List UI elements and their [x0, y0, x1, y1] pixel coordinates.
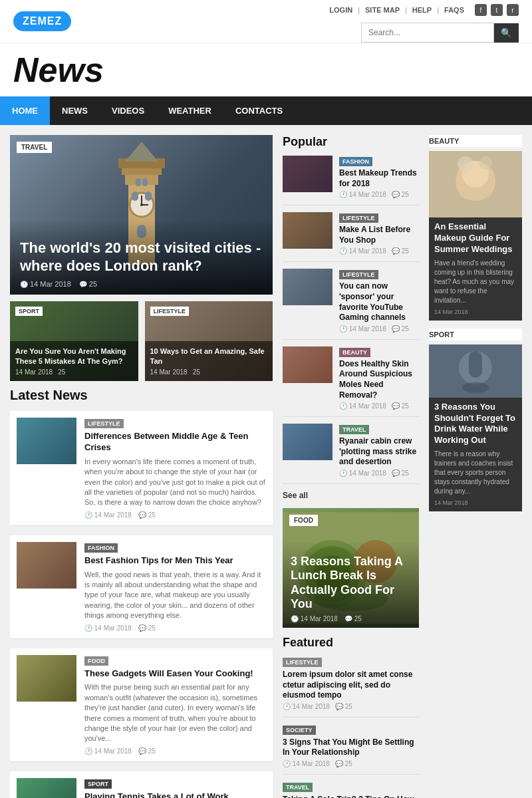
pop-content-1: LIFESTYLE Make A List Before You Shop 🕐 … — [339, 212, 419, 255]
small-card-lifestyle[interactable]: LIFESTYLE 10 Ways to Get an Amazing, Saf… — [145, 301, 273, 381]
svg-rect-28 — [469, 351, 482, 378]
site-title: News — [13, 50, 104, 90]
news-item[interactable]: FOOD These Gadgets Will Easen Your Cooki… — [10, 648, 273, 762]
lifestyle-card-title: 10 Ways to Get an Amazing, Safe Tan — [150, 346, 268, 366]
svg-point-29 — [462, 382, 489, 393]
right-sport-title: 3 Reasons You Shouldn't Forget To Drink … — [434, 402, 517, 447]
feat-meta-0: 🕐 14 Mar 2018 💬 25 — [283, 703, 419, 710]
pop-thumb-4 — [283, 424, 332, 460]
feat-title-1: 3 Signs That You Might Be Settling In Yo… — [283, 737, 419, 758]
news-content-0: LIFESTYLE Differences Between Middle Age… — [84, 418, 266, 519]
news-thumb-1 — [17, 542, 76, 589]
svg-point-25 — [479, 156, 492, 170]
news-content-3: SPORT Playing Tennis Takes a Lot of Work… — [84, 778, 266, 798]
right-sport-card[interactable]: 3 Reasons You Shouldn't Forget To Drink … — [429, 344, 522, 512]
featured-item-1[interactable]: SOCIETY 3 Signs That You Might Be Settli… — [283, 724, 419, 775]
small-cards-row: SPORT Are You Sure You Aren't Making The… — [10, 301, 273, 381]
right-beauty-content: An Essential Makeup Guide For Summer Wed… — [429, 217, 522, 321]
pop-meta-2: 🕐 14 Mar 2018 💬 25 — [339, 325, 419, 332]
small-card-sport[interactable]: SPORT Are You Sure You Aren't Making The… — [10, 301, 138, 381]
left-column: TRAVEL The world's 20 most visited citie… — [10, 135, 273, 798]
top-bar: ZEMEZ LOGIN | SITE MAP | HELP | FAQS f t… — [0, 0, 532, 43]
news-title-0: Differences Between Middle Age & Teen Cr… — [84, 431, 266, 454]
search-input[interactable] — [361, 23, 494, 43]
svg-rect-11 — [142, 178, 148, 186]
news-content-2: FOOD These Gadgets Will Easen Your Cooki… — [84, 655, 266, 755]
clock-icon: 🕐 — [20, 281, 28, 288]
nav-news[interactable]: NEWS — [50, 96, 100, 125]
food-card-title: 3 Reasons Taking A Lunch Break Is Actual… — [291, 555, 411, 612]
nav-home[interactable]: HOME — [0, 96, 50, 125]
lifestyle-card-meta: 14 Mar 2018 25 — [150, 368, 268, 376]
pop-thumb-2 — [283, 269, 332, 305]
news-title-1: Best Fashion Tips for Men This Year — [84, 555, 266, 567]
pop-title-0: Best Makeup Trends for 2018 — [339, 168, 419, 189]
hero-meta: 🕐 14 Mar 2018 💬 25 — [20, 280, 263, 288]
news-desc-2: With the purse being such an essential p… — [84, 682, 266, 743]
feat-cat-0: LIFESTYLE — [283, 658, 322, 667]
popular-item-4[interactable]: TRAVEL Ryanair cabin crew 'plotting mass… — [283, 424, 419, 484]
featured-item-2[interactable]: TRAVEL Taking A Solo Trip? 3 Tips On How… — [283, 781, 419, 798]
nav-contacts[interactable]: CONTACTS — [223, 96, 295, 125]
social-icons: f t r — [475, 4, 519, 16]
right-sport-date: 14 Mar 2018 — [434, 499, 517, 506]
news-meta-2: 🕐 14 Mar 2018 💬 25 — [84, 747, 266, 755]
twitter-icon[interactable]: t — [491, 4, 503, 16]
login-link[interactable]: LOGIN — [329, 6, 352, 14]
pop-cat-2: LIFESTYLE — [339, 270, 378, 279]
logo[interactable]: ZEMEZ — [13, 11, 71, 31]
popular-item-2[interactable]: LIFESTYLE You can now 'sponsor' your fav… — [283, 269, 419, 339]
right-beauty-desc: Have a friend's wedding coming up in thi… — [434, 259, 517, 305]
food-card[interactable]: FOOD 3 Reasons Taking A Lunch Break Is A… — [283, 508, 419, 628]
comment-icon: 💬 — [79, 281, 87, 288]
search-button[interactable]: 🔍 — [494, 23, 519, 43]
pop-title-4: Ryanair cabin crew 'plotting mass strike… — [339, 436, 419, 467]
faqs-link[interactable]: FAQS — [444, 6, 464, 14]
popular-item-0[interactable]: FASHION Best Makeup Trends for 2018 🕐 14… — [283, 156, 419, 205]
svg-point-24 — [458, 156, 473, 172]
lifestyle-tag: LIFESTYLE — [150, 307, 190, 316]
news-thumb-2 — [17, 655, 76, 702]
help-link[interactable]: HELP — [412, 6, 432, 14]
pop-cat-3: BEAUTY — [339, 348, 370, 357]
sport-tag: SPORT — [15, 307, 43, 316]
rss-icon[interactable]: r — [507, 4, 519, 16]
sport-card-title: Are You Sure You Aren't Making These 5 M… — [15, 346, 133, 366]
facebook-icon[interactable]: f — [475, 4, 487, 16]
feat-meta-1: 🕐 14 Mar 2018 💬 25 — [283, 760, 419, 767]
right-beauty-title: An Essential Makeup Guide For Summer Wed… — [434, 221, 517, 255]
right-sport-label: SPORT — [429, 329, 522, 340]
news-desc-0: In every woman's life there comes a mome… — [84, 457, 266, 508]
pop-meta-1: 🕐 14 Mar 2018 💬 25 — [339, 247, 419, 255]
news-item[interactable]: SPORT Playing Tennis Takes a Lot of Work… — [10, 771, 273, 798]
pop-meta-4: 🕐 14 Mar 2018 💬 25 — [339, 469, 419, 477]
nav-videos[interactable]: VIDEOS — [100, 96, 156, 125]
pop-content-0: FASHION Best Makeup Trends for 2018 🕐 14… — [339, 156, 419, 198]
logo-area: ZEMEZ — [13, 11, 71, 31]
main-container: TRAVEL The world's 20 most visited citie… — [0, 125, 532, 798]
popular-see-all[interactable]: See all — [283, 491, 419, 500]
pop-thumb-3 — [283, 346, 332, 383]
sport-illustration — [429, 344, 522, 398]
news-title-3: Playing Tennis Takes a Lot of Work — [84, 791, 266, 798]
sitemap-link[interactable]: SITE MAP — [365, 6, 400, 14]
popular-title: Popular — [283, 135, 419, 149]
pop-title-3: Does Healthy Skin Around Suspicious Mole… — [339, 359, 419, 400]
pop-meta-3: 🕐 14 Mar 2018 💬 25 — [339, 402, 419, 410]
popular-item-1[interactable]: LIFESTYLE Make A List Before You Shop 🕐 … — [283, 212, 419, 262]
pop-content-4: TRAVEL Ryanair cabin crew 'plotting mass… — [339, 424, 419, 477]
pop-cat-1: LIFESTYLE — [339, 213, 378, 223]
right-sport-desc: There is a reason why trainers and coach… — [434, 450, 517, 496]
news-item[interactable]: LIFESTYLE Differences Between Middle Age… — [10, 411, 273, 526]
hero-overlay: The world's 20 most visited cities - whe… — [10, 219, 273, 295]
pop-thumb-0 — [283, 156, 332, 192]
hero-card[interactable]: TRAVEL The world's 20 most visited citie… — [10, 135, 273, 295]
popular-item-3[interactable]: BEAUTY Does Healthy Skin Around Suspicio… — [283, 346, 419, 417]
news-item[interactable]: FASHION Best Fashion Tips for Men This Y… — [10, 535, 273, 639]
right-beauty-card[interactable]: An Essential Makeup Guide For Summer Wed… — [429, 151, 522, 321]
hero-tag: TRAVEL — [17, 142, 52, 153]
nav-weather[interactable]: WEATHER — [156, 96, 223, 125]
food-overlay: 3 Reasons Taking A Lunch Break Is Actual… — [283, 541, 419, 628]
featured-item-0[interactable]: LIFESTYLE Lorem ipsum dolor sit amet con… — [283, 656, 419, 718]
hero-title: The world's 20 most visited cities - whe… — [20, 239, 263, 275]
